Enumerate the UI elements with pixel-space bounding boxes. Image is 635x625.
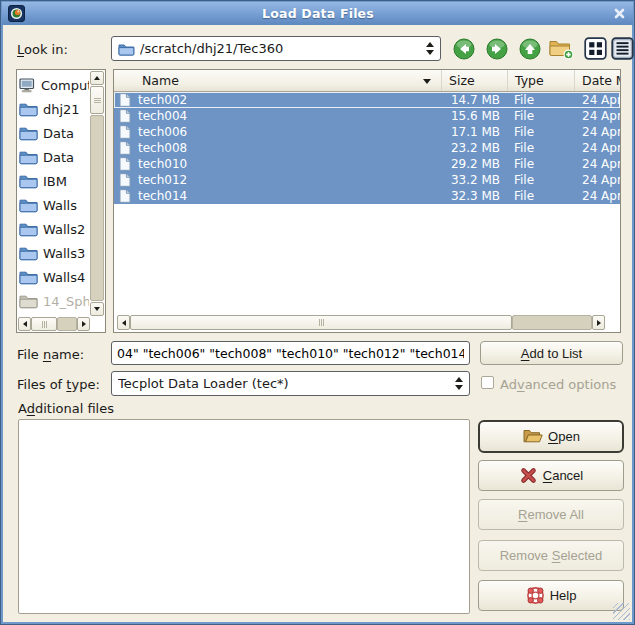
help-button[interactable]: Help (478, 580, 624, 611)
folder-icon (19, 269, 38, 285)
file-name: tech014 (138, 189, 187, 203)
files-of-type-value: Tecplot Data Loader (tec*) (118, 376, 451, 391)
forward-button[interactable] (486, 38, 508, 60)
file-size: 32.3 MB (442, 189, 508, 203)
back-button[interactable] (453, 38, 475, 60)
sidebar-scroll-up-icon[interactable] (90, 71, 104, 85)
sidebar-item-folder[interactable]: 14_Sph (19, 289, 89, 313)
file-row[interactable]: tech004 15.6 MB File 24 Apr (114, 108, 620, 124)
sidebar-scroll-down-icon[interactable] (90, 302, 104, 316)
sidebar-item-label: IBM (43, 174, 67, 189)
sidebar-item-label: Data (43, 126, 74, 141)
sidebar-item-folder[interactable]: Walls4 (19, 265, 89, 289)
file-type: File (508, 189, 575, 203)
additional-files-label: Additional files (18, 401, 114, 416)
folder-icon (19, 125, 38, 141)
filelist-scroll-left-icon[interactable] (117, 315, 130, 330)
resize-grip[interactable] (613, 603, 630, 620)
file-name: tech006 (138, 125, 187, 139)
file-list-panel: Name Size Type Date M (113, 69, 621, 333)
advanced-options-checkbox[interactable] (481, 376, 494, 389)
sidebar-item-label: Data (43, 150, 74, 165)
file-icon (119, 141, 131, 155)
sidebar-item-computer[interactable]: Comput (19, 73, 89, 97)
file-list-header[interactable]: Name Size Type Date M (114, 70, 620, 92)
up-directory-button[interactable] (519, 38, 541, 60)
folder-icon (19, 197, 38, 213)
help-lifebuoy-icon (526, 586, 545, 605)
cancel-x-icon (519, 467, 538, 484)
sidebar-hscroll-thumb[interactable] (31, 317, 57, 331)
filelist-hscroll-trough[interactable] (512, 315, 592, 330)
add-to-list-button[interactable]: Add to List (480, 341, 623, 365)
sidebar-scroll-left-icon[interactable] (18, 317, 31, 331)
computer-icon (19, 78, 36, 93)
sidebar-item-folder[interactable]: dhj21 (19, 97, 89, 121)
list-view-button[interactable] (610, 37, 634, 61)
sidebar-item-label: Walls3 (43, 246, 85, 261)
sidebar-scroll-right-icon[interactable] (77, 317, 90, 331)
file-rows: tech002 14.7 MB File 24 Apr (114, 92, 620, 204)
file-row[interactable]: tech010 29.2 MB File 24 Apr (114, 156, 620, 172)
file-icon (119, 157, 131, 171)
sidebar-vscroll-trough[interactable] (90, 115, 104, 301)
sidebar-item-label: dhj21 (43, 102, 80, 117)
icon-view-icon (584, 37, 607, 60)
sidebar-hscroll-trough[interactable] (57, 317, 77, 331)
sidebar-item-folder[interactable]: Data (19, 145, 89, 169)
sidebar-folder-list: dhj21 Data (17, 97, 89, 317)
combo-spinner-icon[interactable] (455, 377, 463, 390)
forward-icon (486, 38, 508, 60)
file-size: 17.1 MB (442, 125, 508, 139)
close-icon[interactable] (611, 6, 627, 22)
column-header-date[interactable]: Date M (575, 70, 620, 91)
file-name-input[interactable] (111, 341, 470, 365)
file-row[interactable]: tech012 33.2 MB File 24 Apr (114, 172, 620, 188)
file-row[interactable]: tech006 17.1 MB File 24 Apr (114, 124, 620, 140)
column-header-size[interactable]: Size (442, 70, 508, 91)
file-name: tech002 (138, 93, 187, 107)
filelist-hscroll-thumb[interactable] (130, 315, 512, 330)
file-type: File (508, 93, 575, 107)
sidebar-item-folder[interactable]: IBM (19, 169, 89, 193)
file-size: 15.6 MB (442, 109, 508, 123)
sidebar-item-folder[interactable]: Data (19, 121, 89, 145)
new-folder-icon (548, 37, 574, 60)
sidebar-item-folder[interactable]: Walls (19, 193, 89, 217)
open-button[interactable]: Open (478, 420, 624, 453)
remove-selected-button[interactable]: Remove Selected (478, 540, 624, 571)
file-size: 33.2 MB (442, 173, 508, 187)
look-in-path: /scratch/dhj21/Tec360 (140, 41, 422, 56)
file-icon (119, 109, 131, 123)
column-header-type[interactable]: Type (508, 70, 575, 91)
new-folder-button[interactable] (548, 37, 574, 61)
file-row[interactable]: tech014 32.3 MB File 24 Apr (114, 188, 620, 204)
look-in-label: Look in: (17, 42, 68, 57)
filelist-scroll-right-icon[interactable] (592, 315, 605, 330)
file-name: tech012 (138, 173, 187, 187)
folder-icon (19, 245, 38, 261)
sidebar-item-folder[interactable]: Walls3 (19, 241, 89, 265)
folder-icon (19, 149, 38, 165)
file-type: File (508, 173, 575, 187)
combo-spinner-icon[interactable] (426, 42, 434, 55)
sidebar-item-label: Walls4 (43, 270, 85, 285)
file-date: 24 Apr (575, 109, 620, 123)
file-row[interactable]: tech002 14.7 MB File 24 Apr (114, 92, 620, 108)
file-date: 24 Apr (575, 189, 620, 203)
sidebar-item-folder[interactable]: Walls2 (19, 217, 89, 241)
file-type: File (508, 125, 575, 139)
files-of-type-combo[interactable]: Tecplot Data Loader (tec*) (111, 371, 470, 396)
sidebar-vscroll-thumb[interactable] (90, 86, 104, 114)
tecplot-app-icon (8, 5, 25, 22)
cancel-button[interactable]: Cancel (478, 460, 624, 491)
file-row[interactable]: tech008 23.2 MB File 24 Apr (114, 140, 620, 156)
file-size: 14.7 MB (442, 93, 508, 107)
titlebar[interactable]: Load Data Files (2, 2, 633, 25)
icon-view-button[interactable] (583, 37, 607, 61)
look-in-combo[interactable]: /scratch/dhj21/Tec360 (111, 36, 441, 61)
remove-all-button[interactable]: Remove All (478, 499, 624, 530)
additional-files-list[interactable] (18, 419, 470, 614)
file-icon (119, 125, 131, 139)
column-header-name[interactable]: Name (114, 70, 442, 91)
